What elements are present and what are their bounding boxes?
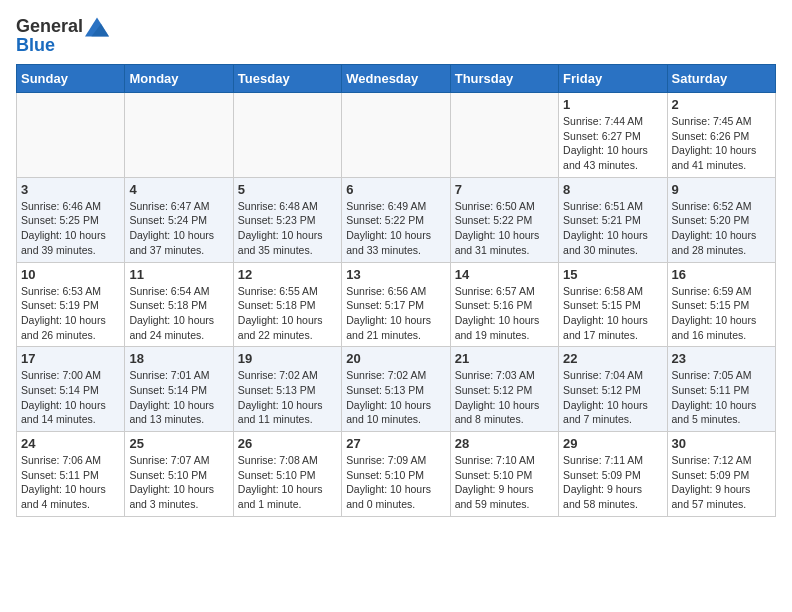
week-row-5: 24Sunrise: 7:06 AM Sunset: 5:11 PM Dayli… — [17, 432, 776, 517]
day-cell-9: 9Sunrise: 6:52 AM Sunset: 5:20 PM Daylig… — [667, 177, 775, 262]
day-cell-15: 15Sunrise: 6:58 AM Sunset: 5:15 PM Dayli… — [559, 262, 667, 347]
day-cell-23: 23Sunrise: 7:05 AM Sunset: 5:11 PM Dayli… — [667, 347, 775, 432]
day-number: 15 — [563, 267, 662, 282]
day-number: 19 — [238, 351, 337, 366]
day-cell-27: 27Sunrise: 7:09 AM Sunset: 5:10 PM Dayli… — [342, 432, 450, 517]
day-cell-14: 14Sunrise: 6:57 AM Sunset: 5:16 PM Dayli… — [450, 262, 558, 347]
logo-icon — [85, 17, 109, 37]
week-row-1: 1Sunrise: 7:44 AM Sunset: 6:27 PM Daylig… — [17, 93, 776, 178]
day-info: Sunrise: 6:48 AM Sunset: 5:23 PM Dayligh… — [238, 199, 337, 258]
day-info: Sunrise: 7:10 AM Sunset: 5:10 PM Dayligh… — [455, 453, 554, 512]
weekday-header-thursday: Thursday — [450, 65, 558, 93]
day-info: Sunrise: 7:04 AM Sunset: 5:12 PM Dayligh… — [563, 368, 662, 427]
day-number: 25 — [129, 436, 228, 451]
day-cell-16: 16Sunrise: 6:59 AM Sunset: 5:15 PM Dayli… — [667, 262, 775, 347]
day-cell-28: 28Sunrise: 7:10 AM Sunset: 5:10 PM Dayli… — [450, 432, 558, 517]
day-cell-17: 17Sunrise: 7:00 AM Sunset: 5:14 PM Dayli… — [17, 347, 125, 432]
empty-cell — [450, 93, 558, 178]
day-info: Sunrise: 7:01 AM Sunset: 5:14 PM Dayligh… — [129, 368, 228, 427]
week-row-3: 10Sunrise: 6:53 AM Sunset: 5:19 PM Dayli… — [17, 262, 776, 347]
empty-cell — [125, 93, 233, 178]
day-cell-21: 21Sunrise: 7:03 AM Sunset: 5:12 PM Dayli… — [450, 347, 558, 432]
day-cell-30: 30Sunrise: 7:12 AM Sunset: 5:09 PM Dayli… — [667, 432, 775, 517]
day-info: Sunrise: 6:57 AM Sunset: 5:16 PM Dayligh… — [455, 284, 554, 343]
empty-cell — [17, 93, 125, 178]
day-cell-6: 6Sunrise: 6:49 AM Sunset: 5:22 PM Daylig… — [342, 177, 450, 262]
day-info: Sunrise: 6:52 AM Sunset: 5:20 PM Dayligh… — [672, 199, 771, 258]
day-number: 16 — [672, 267, 771, 282]
logo: General Blue — [16, 16, 109, 56]
day-number: 2 — [672, 97, 771, 112]
day-info: Sunrise: 7:06 AM Sunset: 5:11 PM Dayligh… — [21, 453, 120, 512]
logo-blue: Blue — [16, 35, 55, 56]
week-row-4: 17Sunrise: 7:00 AM Sunset: 5:14 PM Dayli… — [17, 347, 776, 432]
empty-cell — [342, 93, 450, 178]
day-number: 3 — [21, 182, 120, 197]
day-cell-11: 11Sunrise: 6:54 AM Sunset: 5:18 PM Dayli… — [125, 262, 233, 347]
week-row-2: 3Sunrise: 6:46 AM Sunset: 5:25 PM Daylig… — [17, 177, 776, 262]
day-cell-5: 5Sunrise: 6:48 AM Sunset: 5:23 PM Daylig… — [233, 177, 341, 262]
day-number: 18 — [129, 351, 228, 366]
day-number: 12 — [238, 267, 337, 282]
day-info: Sunrise: 7:07 AM Sunset: 5:10 PM Dayligh… — [129, 453, 228, 512]
day-info: Sunrise: 7:12 AM Sunset: 5:09 PM Dayligh… — [672, 453, 771, 512]
day-number: 14 — [455, 267, 554, 282]
day-number: 24 — [21, 436, 120, 451]
day-cell-12: 12Sunrise: 6:55 AM Sunset: 5:18 PM Dayli… — [233, 262, 341, 347]
day-info: Sunrise: 7:05 AM Sunset: 5:11 PM Dayligh… — [672, 368, 771, 427]
day-cell-2: 2Sunrise: 7:45 AM Sunset: 6:26 PM Daylig… — [667, 93, 775, 178]
day-number: 9 — [672, 182, 771, 197]
calendar: SundayMondayTuesdayWednesdayThursdayFrid… — [16, 64, 776, 517]
day-number: 11 — [129, 267, 228, 282]
day-number: 23 — [672, 351, 771, 366]
day-number: 17 — [21, 351, 120, 366]
day-info: Sunrise: 7:45 AM Sunset: 6:26 PM Dayligh… — [672, 114, 771, 173]
day-number: 5 — [238, 182, 337, 197]
day-info: Sunrise: 6:58 AM Sunset: 5:15 PM Dayligh… — [563, 284, 662, 343]
day-info: Sunrise: 7:09 AM Sunset: 5:10 PM Dayligh… — [346, 453, 445, 512]
day-info: Sunrise: 7:00 AM Sunset: 5:14 PM Dayligh… — [21, 368, 120, 427]
day-number: 30 — [672, 436, 771, 451]
day-number: 8 — [563, 182, 662, 197]
day-cell-22: 22Sunrise: 7:04 AM Sunset: 5:12 PM Dayli… — [559, 347, 667, 432]
day-number: 22 — [563, 351, 662, 366]
day-info: Sunrise: 6:59 AM Sunset: 5:15 PM Dayligh… — [672, 284, 771, 343]
weekday-header-wednesday: Wednesday — [342, 65, 450, 93]
day-number: 7 — [455, 182, 554, 197]
day-cell-10: 10Sunrise: 6:53 AM Sunset: 5:19 PM Dayli… — [17, 262, 125, 347]
day-number: 28 — [455, 436, 554, 451]
weekday-header-monday: Monday — [125, 65, 233, 93]
logo-general: General — [16, 16, 83, 37]
day-info: Sunrise: 7:44 AM Sunset: 6:27 PM Dayligh… — [563, 114, 662, 173]
day-info: Sunrise: 6:53 AM Sunset: 5:19 PM Dayligh… — [21, 284, 120, 343]
day-cell-13: 13Sunrise: 6:56 AM Sunset: 5:17 PM Dayli… — [342, 262, 450, 347]
day-number: 13 — [346, 267, 445, 282]
empty-cell — [233, 93, 341, 178]
page-header: General Blue — [16, 16, 776, 56]
day-info: Sunrise: 6:47 AM Sunset: 5:24 PM Dayligh… — [129, 199, 228, 258]
day-cell-18: 18Sunrise: 7:01 AM Sunset: 5:14 PM Dayli… — [125, 347, 233, 432]
day-number: 10 — [21, 267, 120, 282]
day-cell-4: 4Sunrise: 6:47 AM Sunset: 5:24 PM Daylig… — [125, 177, 233, 262]
day-number: 27 — [346, 436, 445, 451]
day-info: Sunrise: 6:46 AM Sunset: 5:25 PM Dayligh… — [21, 199, 120, 258]
weekday-header-row: SundayMondayTuesdayWednesdayThursdayFrid… — [17, 65, 776, 93]
day-cell-20: 20Sunrise: 7:02 AM Sunset: 5:13 PM Dayli… — [342, 347, 450, 432]
day-info: Sunrise: 7:02 AM Sunset: 5:13 PM Dayligh… — [346, 368, 445, 427]
day-info: Sunrise: 6:55 AM Sunset: 5:18 PM Dayligh… — [238, 284, 337, 343]
day-cell-3: 3Sunrise: 6:46 AM Sunset: 5:25 PM Daylig… — [17, 177, 125, 262]
day-number: 20 — [346, 351, 445, 366]
weekday-header-tuesday: Tuesday — [233, 65, 341, 93]
day-number: 1 — [563, 97, 662, 112]
weekday-header-saturday: Saturday — [667, 65, 775, 93]
day-cell-29: 29Sunrise: 7:11 AM Sunset: 5:09 PM Dayli… — [559, 432, 667, 517]
day-number: 4 — [129, 182, 228, 197]
weekday-header-sunday: Sunday — [17, 65, 125, 93]
day-cell-1: 1Sunrise: 7:44 AM Sunset: 6:27 PM Daylig… — [559, 93, 667, 178]
day-number: 6 — [346, 182, 445, 197]
day-cell-25: 25Sunrise: 7:07 AM Sunset: 5:10 PM Dayli… — [125, 432, 233, 517]
day-info: Sunrise: 6:56 AM Sunset: 5:17 PM Dayligh… — [346, 284, 445, 343]
day-info: Sunrise: 6:50 AM Sunset: 5:22 PM Dayligh… — [455, 199, 554, 258]
day-info: Sunrise: 7:02 AM Sunset: 5:13 PM Dayligh… — [238, 368, 337, 427]
day-cell-7: 7Sunrise: 6:50 AM Sunset: 5:22 PM Daylig… — [450, 177, 558, 262]
